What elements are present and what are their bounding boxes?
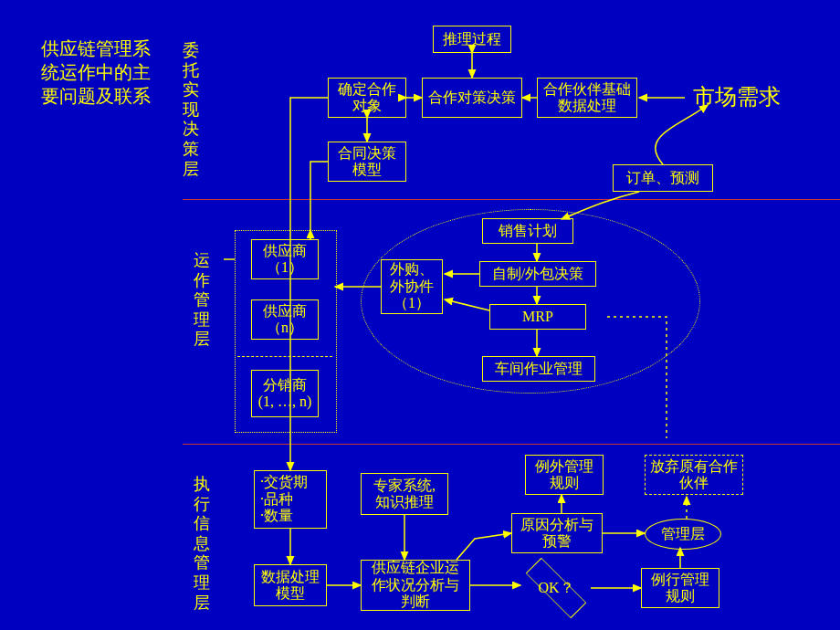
- box-partner-base-data: 合作伙伴基础数据处理: [537, 78, 637, 118]
- box-purchase-parts: 外购、外协件（1）: [381, 259, 443, 314]
- box-scm-analysis: 供应链企业运作状况分析与判断: [361, 560, 470, 611]
- box-sales-plan: 销售计划: [482, 218, 573, 244]
- box-distributor: 分销商 (1, …, n): [251, 370, 319, 417]
- separator-2: [183, 444, 840, 445]
- layer-entrust-decision: 委托实现决策层: [183, 41, 199, 179]
- box-determine-partner: 确定合作对象: [328, 78, 406, 118]
- box-abandon-partner: 放弃原有合作伙伴: [645, 455, 743, 495]
- box-cause-warning: 原因分析与预警: [511, 513, 603, 553]
- box-contract-decision-model: 合同决策模型: [328, 142, 406, 182]
- separator-1: [183, 199, 840, 200]
- layer-operation-mgmt: 运作管理层: [194, 251, 210, 350]
- box-supplier-1: 供应商（1）: [251, 239, 319, 279]
- box-make-outsource: 自制/外包决策: [479, 261, 596, 287]
- supplier-distributor-divider: [237, 356, 332, 357]
- ellipse-management: 管理层: [645, 519, 721, 550]
- diamond-ok: OK？: [524, 570, 588, 606]
- box-supplier-n: 供应商（n）: [251, 299, 319, 340]
- box-data-model: 数据处理模型: [254, 564, 327, 606]
- layer-exec-info-mgmt: 执行信息管理层: [194, 475, 210, 613]
- diagram-title: 供应链管理系统运作中的主要问题及联系: [41, 37, 151, 108]
- box-order-forecast: 订单、预测: [613, 164, 713, 192]
- box-exception-rule: 例外管理规则: [525, 455, 604, 495]
- box-shopfloor: 车间作业管理: [482, 356, 595, 382]
- box-routine-rule: 例行管理规则: [641, 568, 719, 608]
- box-inference-process: 推理过程: [433, 26, 511, 53]
- box-expert-system: 专家系统, 知识推理: [361, 473, 448, 515]
- box-delivery-items: ·交货期 ·品种 ·数量: [254, 470, 327, 529]
- text-market-demand: 市场需求: [693, 82, 781, 111]
- box-mrp: MRP: [489, 304, 586, 330]
- box-coop-strategy-decision: 合作对策决策: [422, 78, 522, 118]
